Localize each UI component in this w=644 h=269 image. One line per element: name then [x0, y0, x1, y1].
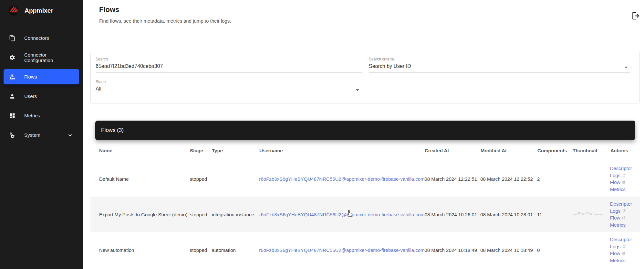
username-link[interactable]: r6oFzb3xS6gYHeBYQU487NRC56U2@appmixer-de… — [259, 176, 424, 182]
appmixer-logo — [7, 4, 20, 18]
column-header-name: Name — [99, 148, 190, 153]
search-label: Search — [96, 57, 362, 61]
descriptor-link[interactable]: Descriptor — [610, 200, 632, 208]
sidebar-item-label: Connectors — [24, 35, 49, 41]
sidebar-item-flows[interactable]: Flows — [4, 69, 79, 84]
flow-name: New automation — [99, 247, 190, 253]
logs-link[interactable]: Logs — [610, 243, 632, 250]
username-link[interactable]: r6oFzb3xS6gYHeBYQU487NRC56U2@appmixer-de… — [259, 247, 424, 253]
sidebar-item-connectors[interactable]: Connectors — [4, 30, 79, 46]
column-header-actions: Actions — [610, 148, 635, 153]
table-title: Flows (3) — [101, 127, 124, 134]
table-header-row: Name Stage Type Username Created At Modi… — [90, 140, 640, 161]
flows-icon — [9, 74, 16, 80]
sidebar: Appmixer Connectors Connector Configurat… — [0, 0, 83, 269]
column-header-type: Type — [212, 148, 259, 153]
chevron-down-icon — [68, 133, 73, 138]
brand: Appmixer — [0, 0, 83, 22]
row-actions: Descriptor Logs Flow Metrics — [610, 165, 632, 193]
external-link-icon — [622, 244, 626, 248]
logs-link[interactable]: Logs — [610, 172, 632, 179]
flow-thumbnail — [572, 211, 610, 218]
sidebar-item-label: Metrics — [24, 113, 40, 118]
input-underline — [96, 95, 362, 95]
search-input[interactable]: Search 65ead7f21bd3ed740ceba307 — [96, 57, 362, 72]
sidebar-item-label: Connector Configuration — [24, 52, 73, 63]
page-subtitle: Find flows, see their metadata, metrics … — [99, 18, 231, 24]
connectors-icon — [9, 35, 16, 41]
username-link[interactable]: r6oFzb3xS6gYHeBYQU487NRC56U2@appmixer-de… — [259, 212, 425, 217]
flow-link[interactable]: Flow — [610, 179, 632, 186]
column-header-username: Username — [259, 148, 425, 153]
flow-link[interactable]: Flow — [610, 250, 632, 257]
row-actions: Descriptor Logs Flow Metrics — [610, 200, 632, 228]
dropdown-arrow-icon — [625, 67, 628, 69]
sidebar-nav: Connectors Connector Configuration Flows… — [0, 22, 83, 143]
flow-stage: stopped — [190, 212, 212, 217]
flow-link[interactable]: Flow — [610, 214, 632, 221]
flow-created-at: 08 March 2024 10:26:01 — [425, 212, 481, 217]
user-icon — [9, 93, 16, 100]
dropdown-arrow-icon — [356, 89, 359, 91]
sidebar-item-users[interactable]: Users — [4, 89, 79, 104]
metrics-link[interactable]: Metrics — [610, 186, 632, 193]
external-link-icon — [622, 180, 626, 184]
filter-card: Search 65ead7f21bd3ed740ceba307 Search c… — [90, 52, 640, 103]
flow-stage: stopped — [190, 176, 212, 182]
table-row: Export My Posts to Google Sheet (demo) s… — [90, 197, 640, 232]
flow-components: 11 — [537, 212, 572, 217]
table-row: Default Name stopped r6oFzb3xS6gYHeBYQU4… — [90, 161, 640, 197]
search-value: 65ead7f21bd3ed740ceba307 — [96, 63, 362, 69]
external-link-icon — [622, 252, 626, 255]
metrics-icon — [9, 113, 16, 119]
page-title: Flows — [99, 5, 119, 14]
brand-name: Appmixer — [25, 7, 53, 14]
descriptor-link[interactable]: Descriptor — [610, 165, 632, 172]
flow-modified-at: 08 March 2024 10:18:49 — [480, 247, 537, 253]
flow-created-at: 08 March 2024 10:18:49 — [424, 247, 480, 253]
sidebar-item-label: System — [24, 132, 40, 138]
column-header-modified-at: Modified At — [481, 148, 537, 153]
external-link-icon — [622, 209, 626, 213]
input-underline — [96, 72, 362, 72]
flow-created-at: 08 March 2024 12:22:51 — [424, 176, 480, 182]
table-title-bar: Flows (3) — [95, 121, 635, 140]
system-gears-icon — [9, 132, 16, 138]
sidebar-item-connector-configuration[interactable]: Connector Configuration — [4, 50, 79, 65]
metrics-link[interactable]: Metrics — [610, 221, 632, 229]
sidebar-item-metrics[interactable]: Metrics — [4, 108, 79, 123]
flow-name: Default Name — [99, 176, 190, 182]
metrics-link[interactable]: Metrics — [610, 257, 632, 264]
flow-stage: stopped — [190, 247, 212, 253]
flow-thumbnail-sketch — [572, 211, 605, 217]
search-criteria-select[interactable]: Search criteria Search by User ID — [369, 57, 630, 72]
flows-table-card: Flows (3) Name Stage Type Username Creat… — [90, 121, 640, 269]
stage-select[interactable]: Stage All — [96, 80, 362, 95]
logout-icon[interactable] — [630, 11, 639, 21]
flow-components: 0 — [537, 247, 572, 253]
column-header-created-at: Created At — [425, 148, 481, 153]
column-header-stage: Stage — [190, 148, 212, 153]
row-actions: Descriptor Logs Flow Metrics — [610, 236, 632, 264]
flow-name: Export My Posts to Google Sheet (demo) — [99, 212, 190, 217]
flow-modified-at: 08 March 2024 12:22:52 — [480, 176, 537, 182]
external-link-icon — [622, 216, 626, 220]
flow-modified-at: 08 March 2024 10:28:01 — [480, 212, 537, 217]
table-row: New automation stopped automation r6oFzb… — [90, 232, 640, 268]
stage-value: All — [96, 86, 362, 92]
stage-label: Stage — [96, 80, 362, 84]
search-criteria-label: Search criteria — [369, 57, 630, 61]
input-underline — [369, 72, 630, 72]
sidebar-item-system[interactable]: System — [4, 127, 79, 143]
flow-type: integration-instance — [212, 212, 259, 217]
column-header-components: Components — [537, 148, 573, 153]
flow-components: 2 — [537, 176, 572, 182]
table-body: Default Name stopped r6oFzb3xS6gYHeBYQU4… — [90, 161, 640, 268]
descriptor-link[interactable]: Descriptor — [610, 236, 632, 243]
gear-icon — [9, 54, 16, 61]
sidebar-item-label: Users — [24, 93, 37, 99]
sidebar-item-label: Flows — [24, 74, 37, 80]
external-link-icon — [622, 173, 626, 177]
flow-type: automation — [212, 247, 259, 253]
logs-link[interactable]: Logs — [610, 208, 632, 215]
